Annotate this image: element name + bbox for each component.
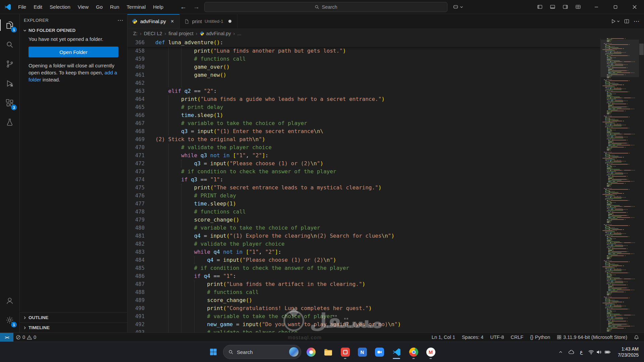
command-center-search[interactable]: Search: [204, 2, 447, 12]
remote-indicator[interactable]: ><: [0, 333, 13, 342]
notifications-bell[interactable]: [632, 333, 641, 342]
activity-accounts[interactable]: [0, 291, 19, 310]
toggle-sidebar-icon[interactable]: [534, 2, 545, 12]
maximize-button[interactable]: [606, 0, 625, 14]
tab-detail: Untitled-1: [205, 19, 223, 24]
toggle-secondary-sidebar-icon[interactable]: [560, 2, 571, 12]
chevron-right-icon: [22, 325, 27, 330]
customize-layout-icon[interactable]: [573, 2, 583, 12]
file-explorer-icon[interactable]: [321, 345, 335, 359]
vertical-scrollbar[interactable]: [639, 38, 644, 333]
eol-setting[interactable]: CRLF: [508, 333, 526, 342]
activity-extensions[interactable]: 3: [0, 93, 19, 113]
tray-status-icons[interactable]: [586, 349, 613, 355]
breadcrumb-separator-icon: ›: [140, 31, 142, 36]
breadcrumb: Z: › DECI L2 › final project › advFinal.…: [127, 29, 644, 38]
python-interpreter[interactable]: 3.11.9 64-bit (Microsoft Store): [554, 333, 630, 342]
activity-source-control[interactable]: [0, 54, 19, 74]
wifi-icon: [588, 349, 594, 355]
back-arrow-icon[interactable]: ←: [178, 3, 189, 11]
language-indicator[interactable]: ع: [578, 345, 585, 359]
chrome-icon[interactable]: [406, 345, 421, 359]
copilot-menu[interactable]: [450, 4, 466, 10]
open-folder-button[interactable]: Open Folder: [29, 47, 118, 57]
breadcrumb-item[interactable]: DECI L2: [144, 31, 162, 36]
breadcrumb-item[interactable]: ...: [237, 31, 241, 36]
onedrive-cloud-icon[interactable]: [566, 345, 577, 359]
menu-edit[interactable]: Edit: [30, 2, 46, 12]
forward-arrow-icon[interactable]: →: [191, 3, 202, 11]
problems-indicator[interactable]: 0 0: [13, 333, 39, 342]
start-button[interactable]: [206, 345, 221, 359]
activity-search[interactable]: [0, 35, 19, 54]
tab-bar: advFinal.py × print Untitled-1 ⋯: [127, 14, 644, 29]
unsaved-dot-icon[interactable]: [228, 20, 231, 23]
minimap[interactable]: [600, 38, 639, 333]
note-text-2: instead.: [41, 77, 60, 82]
menu-terminal[interactable]: Terminal: [123, 2, 150, 12]
extensions-badge: 3: [11, 105, 17, 110]
menu-file[interactable]: File: [14, 2, 30, 12]
minimize-button[interactable]: [587, 0, 606, 14]
taskbar-clock[interactable]: 1:43 AM 7/23/2025: [614, 346, 643, 358]
activity-settings[interactable]: 1: [0, 310, 19, 330]
menu-go[interactable]: Go: [92, 2, 106, 12]
activity-explorer[interactable]: 1: [0, 15, 19, 35]
language-mode[interactable]: {}Python: [528, 333, 552, 342]
editor-actions: ⋯: [610, 14, 644, 28]
titlebar-right: [534, 0, 644, 14]
code-lines: 458print("Luna finds another path but ge…: [127, 47, 600, 333]
code-editor[interactable]: 366def luna_adventure(): 458print("Luna …: [127, 38, 600, 333]
close-button[interactable]: [625, 0, 644, 14]
blue-app-icon[interactable]: N: [355, 345, 370, 359]
timeline-section[interactable]: TIMELINE: [20, 322, 127, 333]
tab-close-icon[interactable]: ×: [169, 18, 176, 25]
indentation-setting[interactable]: Spaces: 4: [460, 333, 486, 342]
taskbar-search[interactable]: Search: [223, 345, 301, 359]
breadcrumb-separator-icon: ›: [165, 31, 166, 36]
search-icon: [315, 5, 319, 9]
cursor-position[interactable]: Ln 1, Col 1: [429, 333, 458, 342]
activity-testing[interactable]: [0, 113, 19, 132]
interpreter-label: 3.11.9 64-bit (Microsoft Store): [563, 335, 627, 340]
minimap-viewport[interactable]: [601, 40, 639, 77]
sticky-scroll[interactable]: 366def luna_adventure():: [127, 38, 600, 47]
tab-untitled[interactable]: print Untitled-1: [180, 14, 237, 28]
vscode-logo-icon: [4, 3, 11, 11]
explorer-badge: 1: [11, 27, 17, 33]
code-line-476: 476# PRINT delay: [127, 192, 600, 200]
file-icon: [184, 19, 190, 24]
code-line-469: 469(2) Stick to the original path\n"): [127, 135, 600, 143]
copilot-app-icon[interactable]: [304, 345, 318, 359]
zoom-app-icon[interactable]: [372, 345, 387, 359]
breadcrumb-item[interactable]: final project: [168, 31, 193, 36]
red-app-icon[interactable]: [338, 345, 353, 359]
tab-label: print: [192, 18, 202, 24]
vscode-taskbar-icon[interactable]: [389, 345, 404, 359]
breadcrumb-item[interactable]: Z:: [133, 31, 138, 36]
no-folder-section-header[interactable]: NO FOLDER OPENED: [20, 26, 127, 34]
run-python-file-button[interactable]: [610, 18, 620, 24]
menu-run[interactable]: Run: [106, 2, 123, 12]
scrollbar-thumb[interactable]: [639, 44, 644, 55]
toggle-panel-icon[interactable]: [547, 2, 558, 12]
tab-advfinal[interactable]: advFinal.py ×: [127, 14, 180, 28]
breadcrumb-item-file[interactable]: advFinal.py: [200, 31, 231, 36]
activity-run-debug[interactable]: [0, 74, 19, 93]
encoding-setting[interactable]: UTF-8: [488, 333, 506, 342]
tray-chevron-up-icon[interactable]: [556, 345, 565, 359]
menu-help[interactable]: Help: [149, 2, 167, 12]
more-actions-icon[interactable]: ⋯: [634, 18, 639, 25]
code-line-491: 491# variable to take the choice of play…: [127, 312, 600, 320]
code-line-474: 474if q3 == "1":: [127, 176, 600, 184]
outline-section[interactable]: OUTLINE: [20, 312, 127, 322]
split-editor-icon[interactable]: [624, 18, 630, 24]
volume-icon: [596, 349, 602, 355]
explorer-more-actions-icon[interactable]: ⋯: [117, 17, 123, 24]
menu-view[interactable]: View: [74, 2, 92, 12]
menu-selection[interactable]: Selection: [46, 2, 74, 12]
chevron-down-icon: [617, 20, 620, 23]
main-area: 1 3 1: [0, 14, 644, 333]
gmail-icon[interactable]: M: [423, 345, 438, 359]
code-line-473: 473# if condition to check the answer of…: [127, 168, 600, 176]
